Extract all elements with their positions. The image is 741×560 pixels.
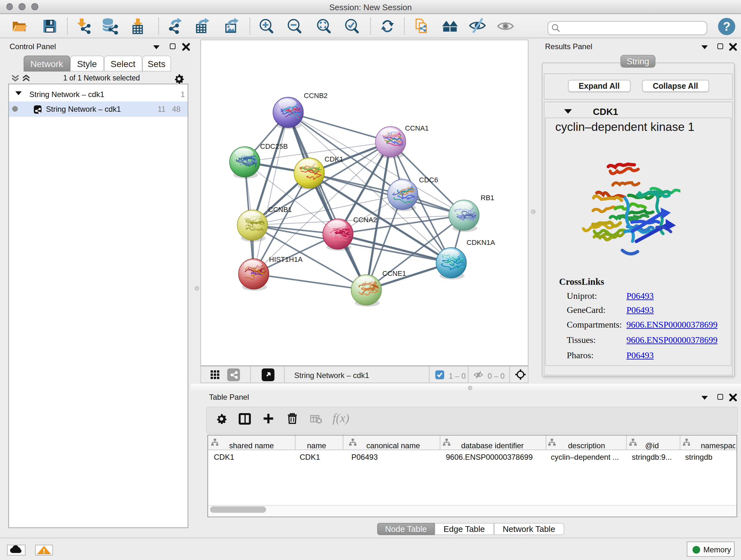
svg-text:CCNE1: CCNE1 xyxy=(382,269,406,277)
svg-text:CCNB2: CCNB2 xyxy=(304,91,328,100)
svg-text:CDC6: CDC6 xyxy=(419,176,438,184)
svg-text:CCNB1: CCNB1 xyxy=(268,206,292,213)
svg-text:CCNA2: CCNA2 xyxy=(353,216,377,224)
svg-text:CDC25B: CDC25B xyxy=(260,142,288,150)
svg-text:CCNA1: CCNA1 xyxy=(405,124,429,132)
svg-text:HIST1H1A: HIST1H1A xyxy=(269,255,302,263)
svg-text:CDK1: CDK1 xyxy=(325,155,343,163)
svg-text:CDKN1A: CDKN1A xyxy=(467,239,495,246)
svg-text:RB1: RB1 xyxy=(481,194,494,202)
